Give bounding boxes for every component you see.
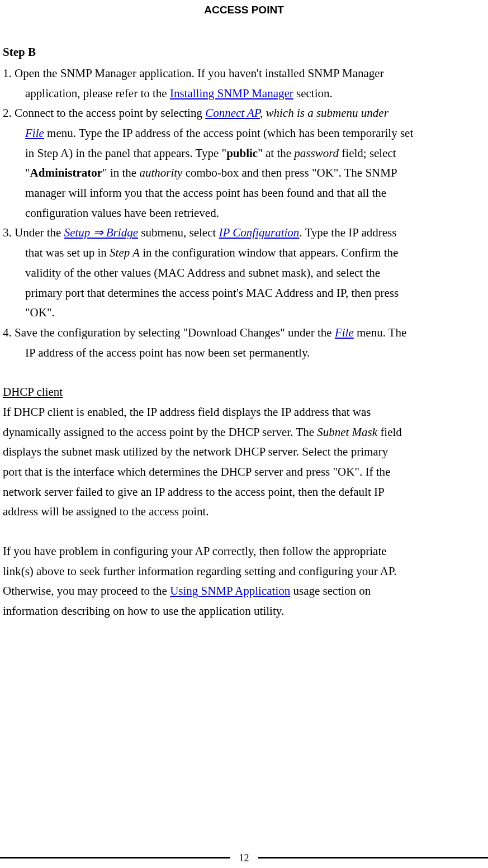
link-using-snmp-application[interactable]: Using SNMP Application [170, 584, 290, 597]
text: usage section on [290, 584, 371, 597]
text: displays the subnet mask utilized by the… [3, 442, 485, 462]
text-italic: Subnet Mask [317, 425, 377, 439]
text: information describing on how to use the… [3, 601, 485, 622]
page-content: Step B 1. Open the SNMP Manager applicat… [3, 42, 485, 622]
list-number: 1. [3, 67, 15, 80]
text: field [377, 425, 402, 439]
text: in Step A) in the panel that appears. Ty… [25, 146, 226, 160]
text: menu. Type the IP address of the access … [44, 126, 413, 140]
text: primary port that determines the access … [25, 283, 485, 303]
header-title: ACCESS POINT [204, 4, 284, 16]
text: Save the configuration by selecting "Dow… [15, 326, 335, 339]
text: address will be assigned to the access p… [3, 502, 485, 522]
list-number: 4. [3, 326, 15, 339]
dhcp-paragraph: If DHCP client is enabled, the IP addres… [3, 402, 485, 522]
text-italic: authority [139, 166, 182, 179]
list-body: that was set up in Step A in the configu… [3, 243, 485, 323]
list-item: 4. Save the configuration by selecting "… [3, 323, 485, 363]
dhcp-heading: DHCP client [3, 382, 485, 402]
text-italic: password [294, 146, 339, 160]
page-footer: 12 [0, 849, 488, 862]
text: , which is a submenu under [260, 106, 388, 120]
text: If DHCP client is enabled, the IP addres… [3, 402, 485, 423]
text: section. [293, 87, 333, 100]
text: network server failed to give an IP addr… [3, 482, 485, 502]
text: Open the SNMP Manager application. If yo… [15, 67, 384, 80]
text: If you have problem in configuring your … [3, 542, 485, 562]
text: " [25, 166, 30, 179]
text: configuration values have been retrieved… [25, 203, 485, 224]
text: " in the [102, 166, 139, 179]
list-body: IP address of the access point has now b… [3, 343, 485, 363]
text: menu. The [354, 326, 407, 339]
link-connect-ap[interactable]: Connect AP [205, 106, 260, 120]
link-installing-snmp-manager[interactable]: Installing SNMP Manager [170, 87, 293, 100]
page-header: ACCESS POINT [3, 0, 485, 30]
text-bold: Administrator [30, 166, 103, 179]
text: Connect to the access point by selecting [15, 106, 205, 120]
text: IP address of the access point has now b… [25, 343, 485, 363]
list-body: File menu. Type the IP address of the ac… [3, 124, 485, 223]
footer-rule-left [0, 857, 230, 858]
link-setup-bridge[interactable]: Setup ⇒ Bridge [64, 226, 138, 239]
text: combo-box and then press "OK". The SNMP [182, 166, 397, 179]
list-item: 3. Under the Setup ⇒ Bridge submenu, sel… [3, 223, 485, 322]
text: application, please refer to the [25, 87, 170, 100]
text: manager will inform you that the access … [25, 183, 485, 203]
text: Under the [15, 226, 64, 239]
text-italic: Step A [110, 246, 140, 259]
list-body: application, please refer to the Install… [3, 84, 485, 104]
text: field; select [339, 146, 396, 160]
closing-paragraph: If you have problem in configuring your … [3, 542, 485, 622]
text: . Type the IP address [299, 226, 396, 239]
step-label: Step B [3, 42, 485, 63]
footer-rule-right [258, 857, 489, 858]
text: " at the [258, 146, 294, 160]
text: link(s) above to seek further informatio… [3, 562, 485, 582]
list-number: 3. [3, 226, 15, 239]
link-ip-configuration[interactable]: IP Configuration [219, 226, 300, 239]
text: "OK". [25, 303, 485, 323]
page-number: 12 [230, 850, 258, 867]
link-file-menu[interactable]: File [335, 326, 354, 339]
text: submenu, select [138, 226, 219, 239]
text: in the configuration window that appears… [140, 246, 398, 259]
link-file-menu[interactable]: File [25, 126, 44, 140]
text: Otherwise, you may proceed to the [3, 584, 170, 597]
list-item: 1. Open the SNMP Manager application. If… [3, 64, 485, 103]
list-item: 2. Connect to the access point by select… [3, 103, 485, 223]
text: that was set up in [25, 246, 110, 259]
text: validity of the other values (MAC Addres… [25, 263, 485, 283]
text-bold: public [226, 146, 258, 160]
list-number: 2. [3, 106, 15, 120]
text: port that is the interface which determi… [3, 462, 485, 482]
text: dynamically assigned to the access point… [3, 425, 317, 439]
